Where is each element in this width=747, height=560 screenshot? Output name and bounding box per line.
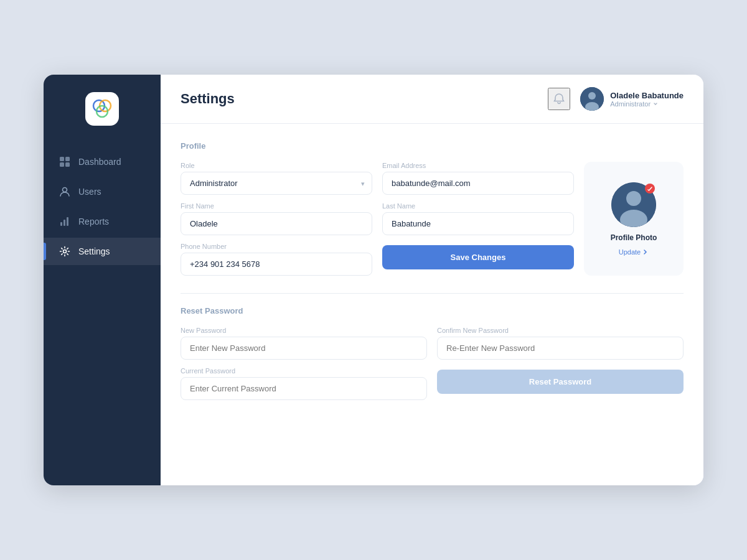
svg-rect-3 (60, 157, 64, 161)
svg-rect-8 (60, 222, 62, 226)
sidebar-item-users[interactable]: Users (44, 178, 161, 205)
svg-point-7 (63, 188, 67, 192)
user-profile-header[interactable]: Oladele Babatunde Administrator (580, 87, 684, 111)
role-group: Role Administrator Manager Viewer ▾ (181, 162, 372, 195)
notification-button[interactable] (548, 88, 570, 110)
firstname-label: First Name (181, 202, 372, 210)
lastname-group: Last Name (382, 202, 574, 235)
settings-content: Profile Role Administrator Manager Viewe… (161, 124, 703, 485)
email-label: Email Address (382, 162, 574, 169)
new-password-group: New Password (181, 327, 427, 360)
top-header: Settings (161, 75, 703, 124)
sidebar-item-label-dashboard: Dashboard (78, 157, 121, 167)
svg-rect-5 (60, 162, 64, 167)
page-title: Settings (181, 91, 235, 107)
app-container: Dashboard Users (44, 75, 703, 485)
role-label: Role (181, 162, 372, 169)
lastname-input[interactable] (382, 212, 574, 235)
photo-label: Profile Photo (611, 233, 657, 242)
current-password-label: Current Password (181, 367, 427, 375)
firstname-group: First Name (181, 202, 372, 235)
svg-point-11 (63, 250, 67, 253)
user-info: Oladele Babatunde Administrator (610, 91, 684, 108)
sidebar-item-label-reports: Reports (78, 217, 109, 226)
svg-point-13 (588, 92, 596, 100)
sidebar-item-dashboard[interactable]: Dashboard (44, 148, 161, 175)
phone-input[interactable] (181, 253, 372, 276)
profile-form-grid: Role Administrator Manager Viewer ▾ Firs… (181, 162, 684, 276)
dashboard-icon (59, 156, 71, 168)
firstname-input[interactable] (181, 212, 372, 235)
svg-rect-9 (63, 220, 65, 226)
svg-rect-6 (65, 162, 70, 167)
header-avatar (580, 87, 604, 111)
current-password-group: Current Password (181, 367, 427, 400)
photo-update-link[interactable]: Update (619, 248, 649, 256)
photo-edit-badge[interactable] (645, 184, 655, 194)
sidebar: Dashboard Users (44, 75, 161, 485)
reset-password-button[interactable]: Reset Password (437, 370, 684, 394)
header-right: Oladele Babatunde Administrator (548, 87, 684, 111)
reports-icon (59, 215, 71, 228)
current-password-input[interactable] (181, 377, 427, 400)
reset-form-left: New Password Current Password (181, 327, 427, 400)
user-name: Oladele Babatunde (610, 91, 684, 100)
svg-rect-4 (65, 157, 70, 161)
settings-icon (59, 245, 71, 258)
reset-password-section-label: Reset Password (181, 306, 684, 315)
svg-point-16 (626, 191, 641, 206)
phone-group: Phone Number (181, 243, 372, 276)
sidebar-item-label-settings: Settings (78, 246, 110, 256)
sidebar-item-reports[interactable]: Reports (44, 208, 161, 235)
profile-form-right: Email Address Last Name Save Changes (382, 162, 574, 276)
role-select-wrap: Administrator Manager Viewer ▾ (181, 172, 372, 195)
role-select[interactable]: Administrator Manager Viewer (181, 172, 372, 195)
profile-section-label: Profile (181, 141, 684, 151)
main-content: Settings (161, 75, 703, 485)
email-group: Email Address (382, 162, 574, 195)
user-role: Administrator (610, 100, 684, 108)
sidebar-item-label-users: Users (78, 187, 101, 197)
users-icon (59, 185, 71, 198)
lastname-label: Last Name (382, 202, 574, 210)
logo (85, 92, 119, 126)
profile-photo-card: Profile Photo Update (584, 162, 684, 276)
confirm-password-label: Confirm New Password (437, 327, 684, 334)
sidebar-nav: Dashboard Users (44, 148, 161, 265)
new-password-label: New Password (181, 327, 427, 334)
section-divider (181, 293, 684, 294)
new-password-input[interactable] (181, 337, 427, 360)
reset-form-right: Confirm New Password Reset Password (437, 327, 684, 400)
save-changes-button[interactable]: Save Changes (382, 245, 574, 269)
sidebar-item-settings[interactable]: Settings (44, 238, 161, 265)
confirm-password-input[interactable] (437, 337, 684, 360)
active-indicator (44, 243, 46, 260)
phone-label: Phone Number (181, 243, 372, 250)
svg-rect-10 (67, 217, 68, 226)
reset-password-form: New Password Current Password Confirm Ne… (181, 327, 684, 400)
confirm-password-group: Confirm New Password (437, 327, 684, 360)
profile-form-left: Role Administrator Manager Viewer ▾ Firs… (181, 162, 372, 276)
email-input[interactable] (382, 172, 574, 195)
